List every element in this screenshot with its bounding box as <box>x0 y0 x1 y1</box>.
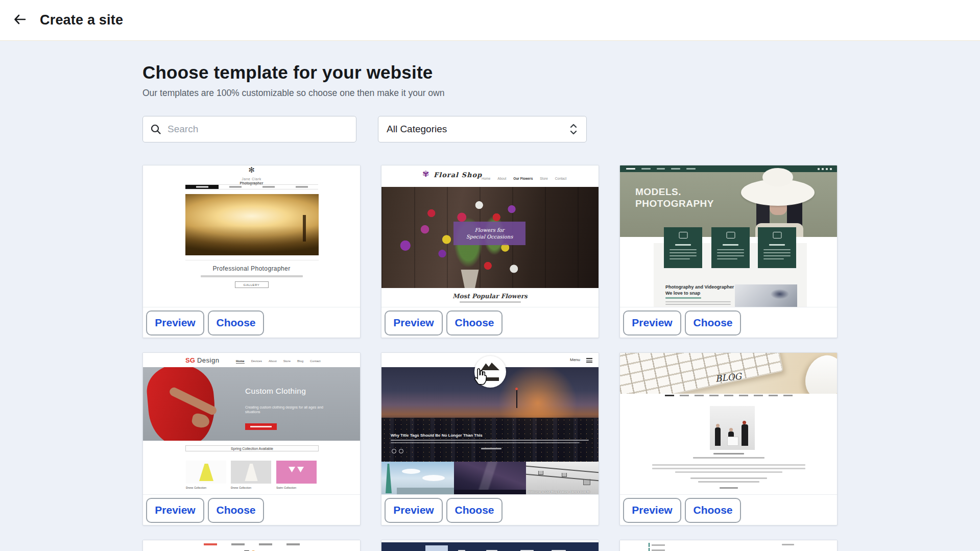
thumb-red-cta-button <box>245 423 277 430</box>
makeup-face-image <box>735 284 797 307</box>
image-icon <box>726 232 735 238</box>
preview-button[interactable]: Preview <box>385 498 443 523</box>
thumb-hero-tagline: Creating custom clothing designs for all… <box>245 405 324 414</box>
choose-button[interactable]: Choose <box>446 498 503 523</box>
product-yellow-dress-image <box>186 461 226 484</box>
thumb-navbar <box>620 395 837 396</box>
feature-card-videography <box>664 227 702 268</box>
section-heading: Choose template for your website <box>142 62 838 83</box>
template-thumbnail-partial-2 <box>381 540 599 551</box>
template-card-models-photography: MODELS. PHOTOGRAPHY <box>619 165 838 338</box>
category-dropdown[interactable]: All Categories <box>378 116 587 142</box>
preview-button[interactable]: Preview <box>146 498 204 523</box>
camera-shutter-icon: ✻ <box>143 165 360 175</box>
thumb-brand-name: Floral Shop <box>434 171 482 179</box>
night-sky-image <box>454 462 527 495</box>
template-thumbnail-travel-blog: Menu Why Title Tags Should Be No Longer … <box>381 353 599 495</box>
thumb-caption: Welcome to Our Blog Feature: Here's How … <box>528 490 589 493</box>
thumb-navbar <box>143 543 360 545</box>
thumb-banner-strip: Spring Collection Available <box>185 445 319 451</box>
main-content: Choose template for your website Our tem… <box>142 41 838 551</box>
sunset-field-image <box>185 194 319 255</box>
thumb-navbar: Home About Our Flowers Store Contact <box>482 177 566 180</box>
thumb-gallery-row: Welcome to Our Blog Feature: Here's How … <box>381 462 599 495</box>
product-swimwear-image <box>276 461 317 484</box>
app-header: Create a site <box>0 0 980 41</box>
thumb-navbar <box>620 165 837 172</box>
thumb-headline: Why Title Tags Should Be No Longer Than … <box>391 433 483 438</box>
template-card-floral-shop: ✾ Floral Shop Home About Our Flowers Sto… <box>381 165 599 338</box>
thumb-hero-title: Custom Clothing <box>245 387 306 396</box>
choose-button[interactable]: Choose <box>208 498 264 523</box>
template-thumbnail-sg-design: SG Design Home Devices About Store Blog … <box>143 353 360 495</box>
up-down-chevrons-icon <box>569 123 578 136</box>
template-thumbnail-floral-shop: ✾ Floral Shop Home About Our Flowers Sto… <box>381 165 599 307</box>
template-thumbnail-partial-3: KDC <box>620 540 837 551</box>
template-card-sg-design: SG Design Home Devices About Store Blog … <box>142 352 361 525</box>
template-card-partial-3: KDC Preview Choose <box>619 540 838 551</box>
choose-button[interactable]: Choose <box>685 310 741 336</box>
thumb-hero-title: MODELS. PHOTOGRAPHY <box>635 186 714 209</box>
camera-icon <box>773 232 781 238</box>
template-card-keyboard-blog: BLOG P <box>619 352 838 525</box>
thumb-active-tab <box>425 545 448 551</box>
product-caption: Swim Collection <box>276 486 317 489</box>
thumb-section-title: Most Popular Flowers <box>381 293 599 300</box>
thumb-menu-label: Menu <box>570 357 580 362</box>
preview-button[interactable]: Preview <box>385 310 443 336</box>
statue-of-liberty-image <box>381 462 454 495</box>
preview-button[interactable]: Preview <box>623 310 681 336</box>
product-caption: Dress Collection <box>186 486 226 489</box>
template-thumbnail-photographer: ✻ Jane Clark Photographer Professional P… <box>143 165 360 307</box>
feature-card-photography <box>758 227 796 268</box>
template-card-partial-1: Preview Choose <box>142 540 361 551</box>
thumb-sidebar-item <box>649 548 669 551</box>
thumb-gallery-button: GALLERY <box>235 281 269 288</box>
ski-lift-image: Welcome to Our Blog Feature: Here's How … <box>526 462 599 495</box>
office-people-image <box>710 406 755 450</box>
search-input[interactable] <box>168 124 349 135</box>
thumb-title: Professional Photographer <box>143 265 360 272</box>
page-title: Create a site <box>40 12 123 28</box>
arrow-left-icon <box>13 12 27 29</box>
section-subheading: Our templates are 100% customizable so c… <box>142 88 838 99</box>
search-box[interactable] <box>142 116 356 142</box>
thumb-body-subtitle: We love to snap <box>665 291 700 296</box>
template-card-photographer: ✻ Jane Clark Photographer Professional P… <box>142 165 361 338</box>
film-icon <box>679 232 687 238</box>
hamburger-menu-icon <box>586 358 592 363</box>
thumb-sidebar-item <box>649 543 669 547</box>
back-button[interactable] <box>8 9 32 32</box>
thumb-brand-name: SG Design <box>185 356 219 364</box>
preview-button[interactable]: Preview <box>146 310 204 336</box>
template-card-partial-2: Preview Choose <box>381 540 599 551</box>
hand-pointer-cursor <box>473 368 487 385</box>
category-selected-value: All Categories <box>387 124 447 135</box>
template-thumbnail-keyboard-blog: BLOG <box>620 353 837 495</box>
red-dress-hero-image: Custom Clothing Creating custom clothing… <box>143 367 360 441</box>
choose-button[interactable]: Choose <box>685 498 741 523</box>
flower-logo-icon: ✾ <box>422 169 429 179</box>
feature-card-images <box>711 227 750 268</box>
filter-controls: All Categories <box>142 116 838 142</box>
search-icon <box>150 124 161 135</box>
choose-button[interactable]: Choose <box>208 310 264 336</box>
preview-button[interactable]: Preview <box>623 498 681 523</box>
template-thumbnail-models-photography: MODELS. PHOTOGRAPHY <box>620 165 837 307</box>
choose-button[interactable]: Choose <box>446 310 503 336</box>
thumb-navy-navbar <box>381 542 599 551</box>
hero-banner: Flowers for Special Occasions <box>453 222 525 245</box>
template-grid: ✻ Jane Clark Photographer Professional P… <box>142 165 838 551</box>
keyboard-desk-image: BLOG <box>620 353 837 394</box>
product-white-dress-image <box>231 461 271 484</box>
thumb-navbar <box>185 184 318 189</box>
template-card-travel-blog: Menu Why Title Tags Should Be No Longer … <box>381 352 599 525</box>
carousel-arrows <box>392 446 406 456</box>
thumb-navbar: Home Devices About Store Blog Contact <box>236 360 321 364</box>
thumb-brand-name: Jane Clark <box>143 177 360 181</box>
product-caption: Dress Collection <box>231 486 271 489</box>
template-thumbnail-partial-1 <box>143 540 360 551</box>
thumb-brand-name: KDC <box>710 548 750 551</box>
thumb-body-title: Photography and Videographer <box>665 284 734 290</box>
